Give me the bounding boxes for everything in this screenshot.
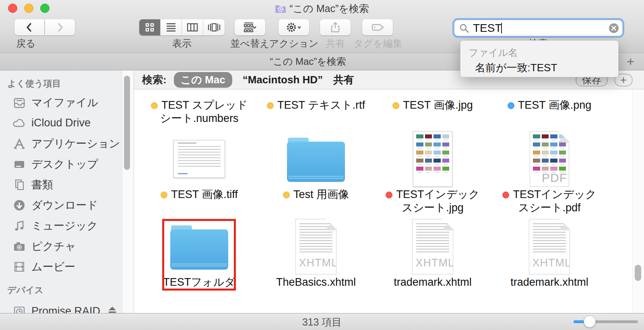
contact-sheet-icon — [413, 131, 452, 187]
xhtml-document-icon: XHTML — [295, 219, 336, 274]
sidebar-item-label: アプリケーション — [31, 136, 120, 151]
pdf-watermark: PDF — [542, 171, 567, 185]
share-label: 共有 — [326, 37, 345, 50]
tag-dot-red — [502, 192, 509, 198]
file-item-trademark-xhtml-2[interactable]: XHTML trademark.xhtml — [491, 219, 608, 289]
page-fold — [326, 219, 336, 230]
text-caret — [501, 23, 502, 33]
file-name-line2: スシート.jpg — [374, 201, 491, 214]
sidebar-item-movies[interactable]: ムービー — [0, 256, 134, 277]
sidebar: よく使う項目 マイファイル iCloud Drive — [0, 70, 134, 313]
file-name: trademark.xhtml — [510, 276, 588, 288]
file-item-test-image-tiff[interactable]: TEST 画像.tiff — [141, 132, 258, 201]
view-columns-segment[interactable] — [182, 19, 203, 35]
chevron-left-icon — [23, 21, 36, 34]
edit-tags-button[interactable] — [362, 19, 393, 35]
sidebar-item-label: Promise RAID — [31, 305, 100, 313]
action-label: アクション — [269, 37, 319, 50]
sort-button[interactable] — [235, 19, 265, 35]
share-button[interactable] — [320, 19, 351, 35]
scope-shared[interactable]: 共有 — [333, 73, 354, 87]
sidebar-item-desktop[interactable]: デスクトップ — [0, 154, 134, 174]
xhtml-watermark: XHTML — [533, 257, 572, 269]
sidebar-item-documents[interactable]: 書類 — [0, 174, 134, 195]
downloads-icon — [12, 198, 27, 212]
search-field — [454, 20, 623, 36]
page-fold — [559, 219, 570, 230]
file-name: TEST 画像.png — [518, 99, 592, 111]
view-label: 表示 — [172, 37, 192, 50]
sort-label: 並べ替え — [230, 37, 269, 50]
page-fold — [558, 132, 569, 142]
view-icons-segment[interactable] — [139, 19, 161, 35]
file-name-line2: スシート.pdf — [491, 201, 608, 214]
file-item-trademark-xhtml-1[interactable]: XHTML trademark.xhtml — [374, 219, 491, 289]
xhtml-watermark: XHTML — [299, 257, 338, 269]
sidebar-item-pictures[interactable]: ピクチャ — [0, 236, 134, 256]
smart-folder-icon — [275, 4, 286, 13]
action-button[interactable] — [279, 19, 309, 35]
forward-button[interactable] — [45, 19, 75, 35]
sidebar-favorites-header: よく使う項目 — [7, 78, 134, 89]
file-item-test-images-folder[interactable]: Test 用画像 — [258, 132, 374, 201]
sidebar-scrollbar-thumb[interactable] — [124, 76, 130, 170]
scope-prefix-label: 検索: — [142, 73, 167, 87]
item-count: 313 項目 — [0, 314, 644, 330]
view-list-segment[interactable] — [161, 19, 182, 35]
file-name: TESTインデック — [396, 188, 479, 200]
list-view-icon — [165, 22, 177, 33]
sidebar-item-icloud-drive[interactable]: iCloud Drive — [0, 113, 134, 133]
search-input[interactable] — [454, 20, 622, 36]
suggestion-name-matches[interactable]: 名前が一致:TEST — [475, 61, 557, 75]
file-name-line2: シート.numbers — [141, 112, 258, 125]
sidebar-item-downloads[interactable]: ダウンロード — [0, 195, 134, 215]
sidebar-item-label: iCloud Drive — [31, 117, 91, 129]
sidebar-item-label: ピクチャ — [31, 239, 76, 254]
sidebar-item-my-files[interactable]: マイファイル — [0, 92, 134, 113]
eject-icon[interactable] — [108, 306, 117, 313]
view-coverflow-segment[interactable] — [203, 19, 225, 35]
sort-groups-icon — [243, 22, 257, 33]
share-icon — [329, 21, 341, 33]
file-name: TheBasics.xhtml — [276, 276, 356, 288]
file-item-test-image-png[interactable]: TEST 画像.png — [491, 97, 608, 112]
sidebar-item-promise-raid[interactable]: Promise RAID — [0, 301, 134, 313]
content-scrollbar-thumb[interactable] — [635, 265, 641, 281]
chevron-right-icon — [54, 21, 66, 34]
slider-knob[interactable] — [584, 316, 596, 328]
file-item-test-index-sheet-pdf[interactable]: PDF TESTインデック スシート.pdf — [491, 132, 608, 214]
raid-disk-icon — [12, 304, 27, 314]
tag-icon — [371, 22, 384, 33]
tag-dot-blue — [508, 102, 514, 109]
columns-view-icon — [186, 22, 198, 33]
file-name: trademark.xhtml — [394, 276, 472, 288]
tag-dot-yellow — [267, 102, 274, 109]
file-item-thebasics-xhtml[interactable]: XHTML TheBasics.xhtml — [258, 219, 374, 289]
scope-this-mac[interactable]: この Mac — [174, 72, 232, 88]
tag-dot-red — [386, 192, 392, 198]
file-item-test-image-jpg[interactable]: TEST 画像.jpg — [374, 97, 491, 112]
xhtml-document-icon: XHTML — [412, 219, 453, 274]
my-files-icon — [12, 95, 27, 110]
gear-icon — [286, 22, 302, 33]
camera-icon — [12, 239, 27, 254]
scope-macintosh-hd[interactable]: “Macintosh HD” — [243, 74, 323, 86]
file-name: TEST テキスト.rtf — [277, 99, 365, 111]
file-item-test-spreadsheet-numbers[interactable]: TEST スプレッド シート.numbers — [141, 97, 258, 125]
back-button[interactable] — [14, 19, 44, 35]
file-name: TEST 画像.jpg — [403, 99, 473, 111]
file-item-test-text-rtf[interactable]: TEST テキスト.rtf — [258, 97, 374, 112]
finder-window: “この Mac”を検索 戻る — [0, 0, 644, 330]
new-tab-button[interactable]: + — [617, 53, 644, 70]
clear-search-button[interactable] — [609, 23, 619, 33]
file-item-test-index-sheet-jpg[interactable]: TESTインデック スシート.jpg — [374, 132, 491, 214]
sidebar-favorites-list: マイファイル iCloud Drive アプリケーション — [0, 92, 134, 277]
window-title-row: “この Mac”を検索 — [0, 3, 644, 14]
sidebar-item-applications[interactable]: アプリケーション — [0, 133, 134, 154]
sidebar-item-music[interactable]: ミュージック — [0, 215, 134, 236]
icon-size-slider[interactable] — [574, 320, 638, 323]
desktop-icon — [12, 157, 27, 171]
tag-dot-yellow — [392, 102, 399, 109]
documents-icon — [12, 177, 27, 192]
file-name: TEST スプレッド — [161, 99, 248, 111]
